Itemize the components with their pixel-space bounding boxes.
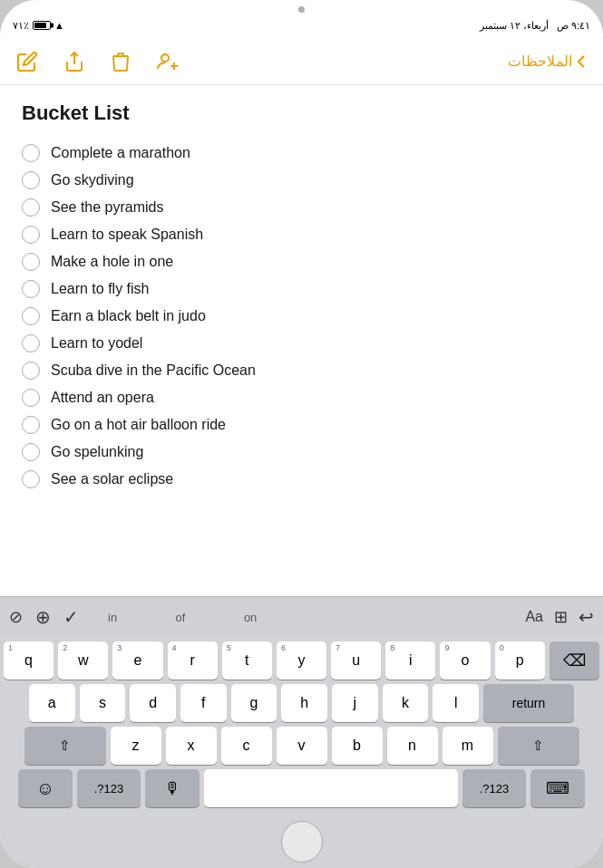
checklist-item: Scuba dive in the Pacific Ocean — [22, 357, 581, 384]
checklist-text-4: Make a hole in one — [51, 254, 173, 270]
top-bar — [0, 0, 603, 13]
key-d[interactable]: d — [130, 684, 176, 722]
wifi-icon: ▲ — [54, 20, 64, 31]
key-i[interactable]: 8i — [385, 641, 435, 680]
checklist-circle-11[interactable] — [22, 443, 40, 461]
key-n[interactable]: n — [387, 727, 438, 765]
checklist-circle-2[interactable] — [22, 198, 40, 217]
add-person-icon[interactable] — [156, 51, 180, 72]
numbers-key[interactable]: .?123 — [77, 769, 141, 807]
status-icons: ٧١٪ ▲ — [13, 20, 64, 32]
key-a[interactable]: a — [29, 684, 75, 722]
checklist-circle-1[interactable] — [22, 171, 40, 189]
mic-key[interactable]: 🎙 — [145, 769, 199, 807]
checklist-text-5: Learn to fly fish — [51, 281, 150, 297]
checklist-text-1: Go skydiving — [51, 172, 134, 188]
checklist-text-9: Attend an opera — [51, 390, 154, 406]
back-chevron-icon[interactable] — [578, 54, 587, 69]
checklist-item: See the pyramids — [22, 194, 581, 221]
battery-icon — [33, 21, 51, 30]
key-l[interactable]: l — [433, 684, 479, 722]
key-p[interactable]: 0p — [495, 641, 545, 680]
keyboard-row-1: 1q 2w 3e 4r 5t 6y 7u 8i 9o 0p ⌫ — [4, 641, 599, 680]
checklist-text-12: See a solar eclipse — [51, 471, 173, 487]
checklist-text-8: Scuba dive in the Pacific Ocean — [51, 362, 256, 379]
key-k[interactable]: k — [383, 684, 429, 722]
checklist-text-10: Go on a hot air balloon ride — [51, 417, 226, 433]
checklist-item: Go on a hot air balloon ride — [22, 411, 581, 439]
checklist-circle-8[interactable] — [22, 362, 40, 380]
key-r[interactable]: 4r — [168, 641, 218, 680]
dismiss-keyboard-icon[interactable]: ↩ — [579, 606, 594, 628]
add-format-icon[interactable]: ⊕ — [35, 606, 51, 628]
key-e[interactable]: 3e — [112, 641, 162, 680]
battery-text: ٧١٪ — [13, 20, 29, 32]
checklist-text-2: See the pyramids — [51, 199, 164, 216]
checklist-circle-5[interactable] — [22, 280, 40, 298]
keyboard-row-2: a s d f g h j k l return — [4, 684, 599, 722]
checklist-text-7: Learn to yodel — [51, 335, 142, 352]
check-format-icon[interactable]: ✓ — [63, 606, 79, 628]
quick-bar: ⊘ ⊕ ✓ in of on Aa ⊞ ↩ — [0, 596, 603, 636]
checklist: Complete a marathonGo skydivingSee the p… — [22, 140, 581, 493]
qb-on: on — [244, 611, 257, 624]
shift-key[interactable]: ⇧ — [24, 727, 106, 765]
checklist-circle-7[interactable] — [22, 334, 40, 352]
numbers-right-key[interactable]: .?123 — [462, 769, 526, 807]
key-x[interactable]: x — [166, 727, 217, 765]
checklist-text-11: Go spelunking — [51, 444, 143, 460]
toolbar-actions — [16, 51, 180, 72]
search-format-icon[interactable]: ⊘ — [9, 607, 23, 627]
key-c[interactable]: c — [221, 727, 272, 765]
key-b[interactable]: b — [332, 727, 383, 765]
checklist-item: Go skydiving — [22, 167, 581, 194]
toolbar-right: الملاحظات — [508, 53, 587, 70]
qb-in: in — [108, 611, 117, 624]
checklist-item: Complete a marathon — [22, 140, 581, 167]
checklist-circle-9[interactable] — [22, 389, 40, 407]
key-z[interactable]: z — [111, 727, 161, 765]
key-j[interactable]: j — [332, 684, 378, 722]
key-f[interactable]: f — [180, 684, 227, 722]
checklist-circle-3[interactable] — [22, 226, 40, 244]
keyboard: 1q 2w 3e 4r 5t 6y 7u 8i 9o 0p ⌫ a s d f … — [0, 636, 603, 815]
key-h[interactable]: h — [281, 684, 327, 722]
checklist-item: Learn to speak Spanish — [22, 221, 581, 248]
checklist-circle-10[interactable] — [22, 416, 40, 434]
checklist-circle-6[interactable] — [22, 307, 40, 325]
emoji-key[interactable]: ☺ — [18, 769, 73, 807]
qb-of: of — [176, 611, 186, 624]
home-button[interactable] — [281, 821, 323, 863]
delete-key[interactable]: ⌫ — [550, 641, 599, 680]
space-key[interactable] — [204, 769, 458, 807]
key-s[interactable]: s — [80, 684, 126, 722]
key-o[interactable]: 9o — [440, 641, 490, 680]
checklist-item: Learn to fly fish — [22, 275, 581, 303]
key-t[interactable]: 5t — [222, 641, 272, 680]
key-w[interactable]: 2w — [58, 641, 108, 680]
checklist-item: Earn a black belt in judo — [22, 303, 581, 330]
key-v[interactable]: v — [277, 727, 327, 765]
font-size-icon[interactable]: Aa — [525, 609, 543, 625]
checklist-circle-4[interactable] — [22, 253, 40, 271]
camera — [298, 6, 305, 13]
key-q[interactable]: 1q — [4, 641, 53, 680]
key-g[interactable]: g — [231, 684, 277, 722]
quick-bar-left: ⊘ ⊕ ✓ — [9, 606, 79, 628]
table-icon[interactable]: ⊞ — [554, 607, 568, 627]
return-key[interactable]: return — [483, 684, 574, 722]
keyboard-hide-key[interactable]: ⌨ — [530, 769, 585, 807]
shift-right-key[interactable]: ⇧ — [498, 727, 579, 765]
delete-icon[interactable] — [111, 51, 131, 72]
key-y[interactable]: 6y — [277, 641, 326, 680]
key-m[interactable]: m — [443, 727, 493, 765]
checklist-circle-12[interactable] — [22, 470, 40, 488]
key-u[interactable]: 7u — [331, 641, 381, 680]
status-bar: ٩:٤١ ص أربعاء، ١٢ سبتمبر ٧١٪ ▲ — [0, 13, 603, 38]
checklist-circle-0[interactable] — [22, 144, 40, 162]
notes-back-label[interactable]: الملاحظات — [508, 53, 572, 70]
checklist-text-6: Earn a black belt in judo — [51, 308, 206, 324]
share-icon[interactable] — [63, 51, 85, 72]
compose-icon[interactable] — [16, 51, 38, 72]
status-date-text: أربعاء، ١٢ سبتمبر — [480, 20, 549, 31]
